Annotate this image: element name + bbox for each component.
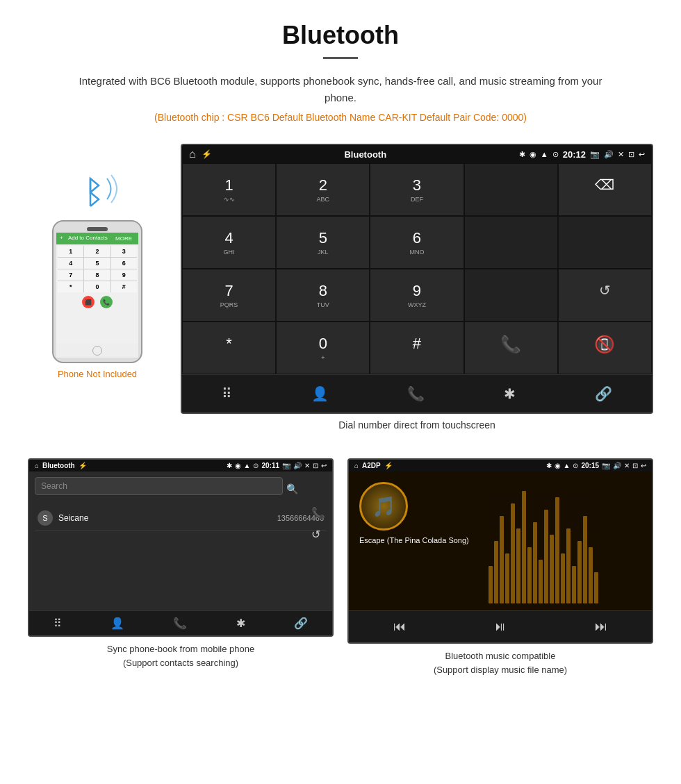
dialpad-key-8[interactable]: 8TUV [276, 269, 370, 322]
music-prev-icon[interactable]: ⏮ [379, 617, 420, 637]
mu-bt-icon: ✱ [546, 462, 552, 469]
mu-cam-icon[interactable]: 📷 [602, 462, 610, 469]
dialpad-key-2[interactable]: 2ABC [276, 163, 370, 216]
pb-cam-icon[interactable]: 📷 [282, 462, 290, 469]
contact-initial: S [38, 510, 53, 526]
pb-bottom-nav: ⠿ 👤 📞 ✱ 🔗 [29, 610, 332, 635]
nav-bluetooth-icon[interactable]: ✱ [497, 382, 523, 406]
car-bottom-nav-main: ⠿ 👤 📞 ✱ 🔗 [182, 374, 652, 412]
pb-wifi-icon: ⊙ [253, 462, 259, 469]
car-unit-phonebook: ⌂ Bluetooth ⚡ ✱ ◉ ▲ ⊙ 20:11 📷 🔊 ✕ ⊡ ↩ [28, 458, 334, 637]
time-display: 20:12 [563, 149, 586, 160]
back-icon[interactable]: ↩ [639, 150, 645, 159]
mu-close-icon[interactable]: ✕ [624, 462, 630, 469]
pb-home-icon[interactable]: ⌂ [35, 462, 39, 469]
pb-time: 20:11 [261, 462, 279, 469]
nav-dialpad-icon[interactable]: ⠿ [215, 382, 239, 406]
dialpad-key-hash[interactable]: # [370, 322, 463, 374]
dialpad-key-5[interactable]: 5JKL [276, 216, 370, 269]
contact-row[interactable]: S Seicane 13566664466 [35, 506, 327, 531]
dialpad-key-4[interactable]: 4GHI [182, 216, 276, 269]
camera-icon[interactable]: 📷 [590, 150, 600, 159]
nav-link-icon[interactable]: 🔗 [588, 382, 619, 406]
phonebook-status-right: ✱ ◉ ▲ ⊙ 20:11 📷 🔊 ✕ ⊡ ↩ [227, 462, 327, 469]
search-bar[interactable]: Search [35, 477, 283, 495]
music-play-pause-icon[interactable]: ⏯ [480, 617, 520, 637]
pb-bt-icon: ✱ [227, 462, 232, 469]
pb-nav-link[interactable]: 🔗 [294, 617, 308, 630]
dialpad-key-empty-2 [464, 216, 558, 269]
close-icon[interactable]: ✕ [618, 150, 624, 159]
mu-win-icon[interactable]: ⊡ [632, 462, 638, 469]
pb-nav-dialpad[interactable]: ⠿ [54, 617, 62, 630]
music-next-icon[interactable]: ⏭ [581, 617, 621, 637]
car-unit-main: ⌂ ⚡ Bluetooth ✱ ◉ ▲ ⊙ 20:12 📷 🔊 ✕ ⊡ ↩ [181, 144, 653, 414]
page-title: Bluetooth [14, 21, 667, 50]
nav-contacts-icon[interactable]: 👤 [304, 382, 336, 406]
page-header: Bluetooth Integrated with BC6 Bluetooth … [0, 0, 681, 144]
search-icon[interactable]: 🔍 [286, 483, 298, 494]
car-status-bar-main: ⌂ ⚡ Bluetooth ✱ ◉ ▲ ⊙ 20:12 📷 🔊 ✕ ⊡ ↩ [182, 145, 652, 163]
pb-nav-contacts[interactable]: 👤 [110, 617, 124, 630]
mu-wifi-icon: ⊙ [573, 462, 578, 469]
mu-home-icon[interactable]: ⌂ [354, 462, 359, 469]
pb-loc-icon: ◉ [235, 462, 241, 469]
mu-usb-icon: ⚡ [384, 462, 393, 469]
mu-time: 20:15 [581, 462, 599, 469]
window-icon[interactable]: ⊡ [628, 150, 634, 159]
car-app-name: Bluetooth [344, 149, 386, 160]
pb-app-name: Bluetooth [42, 462, 75, 469]
car-unit-music: ⌂ A2DP ⚡ ✱ ◉ ▲ ⊙ 20:15 📷 🔊 ✕ ⊡ ↩ [347, 458, 653, 644]
page-description: Integrated with BC6 Bluetooth module, su… [69, 73, 612, 106]
main-content: + Add to Contacts MORE 1 2 3 4 5 6 7 8 9… [0, 144, 681, 458]
dialpad-key-call[interactable]: 📞 [464, 322, 558, 374]
phonebook-caption: Sync phone-book from mobile phone(Suppor… [28, 642, 334, 669]
location-icon: ◉ [530, 150, 536, 159]
mu-loc-icon: ◉ [555, 462, 561, 469]
music-status-right: ✱ ◉ ▲ ⊙ 20:15 📷 🔊 ✕ ⊡ ↩ [546, 462, 646, 469]
bottom-screens: ⌂ Bluetooth ⚡ ✱ ◉ ▲ ⊙ 20:11 📷 🔊 ✕ ⊡ ↩ [0, 458, 681, 697]
mu-app-name: A2DP [362, 462, 381, 469]
dialpad-key-empty-3 [558, 216, 652, 269]
dialpad-key-9[interactable]: 9WXYZ [370, 269, 463, 322]
home-icon[interactable]: ⌂ [189, 148, 196, 160]
dialpad-grid: 1∿∿ 2ABC 3DEF ⌫ 4GHI 5JKL 6MNO 7PQRS 8TU… [182, 163, 652, 374]
bluetooth-icon: ✱ [519, 150, 525, 159]
pb-side-refresh-icon[interactable]: ↺ [311, 528, 325, 541]
title-divider [323, 57, 358, 59]
wifi-icon: ⊙ [552, 150, 559, 159]
phonebook-status-left: ⌂ Bluetooth ⚡ [35, 462, 87, 469]
pb-close-icon[interactable]: ✕ [304, 462, 310, 469]
pb-nav-bt[interactable]: ✱ [236, 617, 245, 630]
pb-vol-icon[interactable]: 🔊 [293, 462, 302, 469]
pb-nav-phone[interactable]: 📞 [173, 617, 187, 630]
music-song-title: Escape (The Pina Colada Song) [359, 536, 469, 544]
music-caption: Bluetooth music compatible(Support displ… [347, 649, 653, 676]
dialpad-key-star[interactable]: * [182, 322, 276, 374]
music-album-art: 🎵 [359, 482, 408, 531]
phone-area: + Add to Contacts MORE 1 2 3 4 5 6 7 8 9… [28, 144, 167, 379]
dialpad-key-6[interactable]: 6MNO [370, 216, 463, 269]
music-info: 🎵 Escape (The Pina Colada Song) [349, 472, 652, 558]
dialpad-key-3[interactable]: 3DEF [370, 163, 463, 216]
car-status-right: ✱ ◉ ▲ ⊙ 20:12 📷 🔊 ✕ ⊡ ↩ [519, 149, 645, 160]
phonebook-status-bar: ⌂ Bluetooth ⚡ ✱ ◉ ▲ ⊙ 20:11 📷 🔊 ✕ ⊡ ↩ [29, 460, 332, 472]
pb-win-icon[interactable]: ⊡ [313, 462, 318, 469]
dialpad-key-empty-1 [464, 163, 558, 216]
pb-back-icon[interactable]: ↩ [321, 462, 327, 469]
dialpad-key-backspace[interactable]: ⌫ [558, 163, 652, 216]
dialpad-key-end[interactable]: 📵 [558, 322, 652, 374]
dialpad-key-1[interactable]: 1∿∿ [182, 163, 276, 216]
music-controls: ⏮ ⏯ ⏭ [349, 610, 652, 642]
pb-usb-icon: ⚡ [79, 462, 87, 469]
music-status-left: ⌂ A2DP ⚡ [354, 462, 393, 469]
mu-back-icon[interactable]: ↩ [641, 462, 646, 469]
dialpad-key-0[interactable]: 0+ [276, 322, 370, 374]
pb-side-phone-icon[interactable]: 📞 [311, 506, 325, 519]
dialpad-key-7[interactable]: 7PQRS [182, 269, 276, 322]
dialpad-key-refresh[interactable]: ↺ [558, 269, 652, 322]
music-screen-content: 🎵 Escape (The Pina Colada Song) [349, 472, 652, 610]
nav-phone-icon[interactable]: 📞 [400, 382, 432, 406]
mu-vol-icon[interactable]: 🔊 [613, 462, 621, 469]
volume-icon[interactable]: 🔊 [604, 150, 614, 159]
